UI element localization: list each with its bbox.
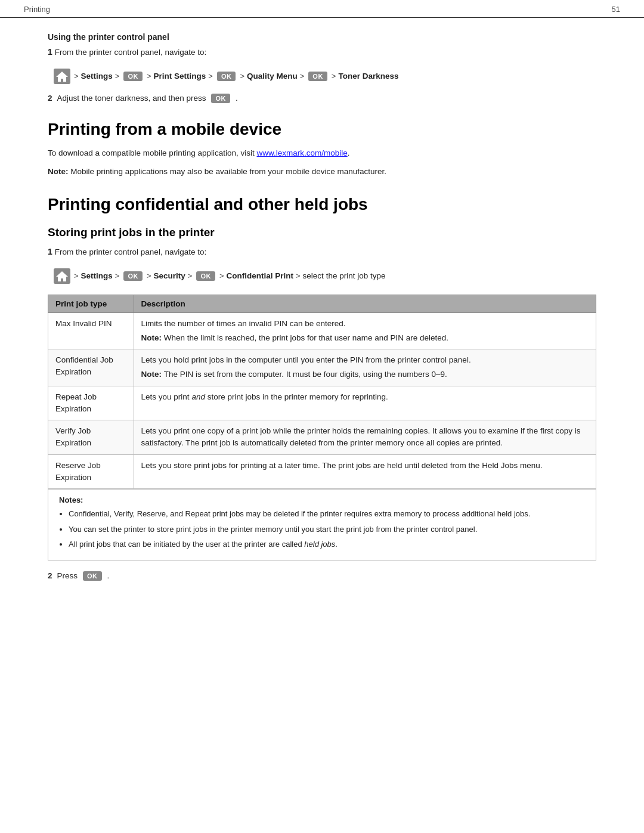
step2-period: . <box>236 94 238 103</box>
print-job-table: Print job type Description Max Invalid P… <box>48 295 596 490</box>
table-row: Max Invalid PINLimits the number of time… <box>48 312 596 349</box>
nav-path-1: > Settings > OK > Print Settings > OK > … <box>48 65 596 88</box>
nav-gt-1: > <box>74 72 79 80</box>
step1-text-s3: From the printer control panel, navigate… <box>55 246 206 259</box>
ok-btn-s3-2: OK <box>196 271 215 281</box>
section-printer-control: Using the printer control panel 1 From t… <box>48 32 596 103</box>
nav-select-label: select the print job type <box>303 271 386 280</box>
subsection-heading-1: Using the printer control panel <box>48 32 596 42</box>
table-note-label: Note: <box>141 370 164 379</box>
nav-toner-darkness: Toner Darkness <box>338 72 398 80</box>
table-row: Reserve Job ExpirationLets you store pri… <box>48 454 596 489</box>
nav-gt-2: > <box>115 72 120 80</box>
nav-gt-4: > <box>208 72 213 80</box>
step-number-s3-1: 1 <box>48 247 52 256</box>
home-icon-2 <box>54 268 70 284</box>
main-heading-mobile: Printing from a mobile device <box>48 120 596 139</box>
nav-settings-1: Settings <box>81 72 113 80</box>
main-heading-confidential: Printing confidential and other held job… <box>48 195 596 214</box>
notes-label: Notes: <box>59 496 585 504</box>
mobile-note: Note: Mobile printing applications may a… <box>48 166 596 178</box>
table-row: Repeat Job ExpirationLets you print and … <box>48 386 596 420</box>
nav-security: Security <box>154 271 185 280</box>
mobile-note-text: Mobile printing applications may also be… <box>70 167 386 176</box>
table-cell-description: Limits the number of times an invalid PI… <box>134 312 596 349</box>
notes-list-item: You can set the printer to store print j… <box>69 524 585 535</box>
table-note-label: Note: <box>141 333 164 342</box>
nav-gt-7: > <box>332 72 336 80</box>
table-header-description: Description <box>134 295 596 312</box>
sub-heading-storing: Storing print jobs in the printer <box>48 226 596 239</box>
nav-settings-s3: Settings <box>81 271 113 280</box>
nav-gt-s3-2: > <box>115 271 120 280</box>
nav-confidential-print: Confidential Print <box>227 271 294 280</box>
nav-gt-s3-4: > <box>188 271 193 280</box>
table-row: Confidential Job ExpirationLets you hold… <box>48 349 596 386</box>
mobile-body-after: . <box>348 148 350 157</box>
table-header-row: Print job type Description <box>48 295 596 312</box>
step2-text-1: Adjust the toner darkness, and then pres… <box>57 94 206 103</box>
table-cell-type: Verify Job Expiration <box>48 420 134 455</box>
nav-gt-s3-5: > <box>219 271 224 280</box>
table-cell-type: Max Invalid PIN <box>48 312 134 349</box>
notes-list: Confidential, Verify, Reserve, and Repea… <box>69 508 585 550</box>
main-content: Using the printer control panel 1 From t… <box>0 18 644 605</box>
notes-list-item: All print jobs that can be initiated by … <box>69 538 585 550</box>
mobile-note-label: Note: <box>48 167 69 176</box>
step2-period-s3: . <box>107 571 110 580</box>
table-cell-type: Reserve Job Expiration <box>48 454 134 489</box>
table-cell-description: Lets you store print jobs for printing a… <box>134 454 596 489</box>
step2-row-s3: 2 Press OK . <box>48 571 596 581</box>
nav-quality-menu: Quality Menu <box>247 72 298 80</box>
ok-btn-2: OK <box>217 72 236 81</box>
table-cell-description: Lets you print and store print jobs in t… <box>134 386 596 420</box>
step2-row-1: 2 Adjust the toner darkness, and then pr… <box>48 94 596 103</box>
nav-print-settings: Print Settings <box>154 72 206 80</box>
table-row: Verify Job ExpirationLets you print one … <box>48 420 596 455</box>
mobile-body: To download a compatible mobile printing… <box>48 147 596 160</box>
ok-btn-1: OK <box>123 72 143 81</box>
table-cell-description: Lets you hold print jobs in the computer… <box>134 349 596 386</box>
table-cell-description: Lets you print one copy of a print job w… <box>134 420 596 455</box>
step1-line-s3: 1 From the printer control panel, naviga… <box>48 246 596 259</box>
ok-btn-s3-1: OK <box>123 271 143 281</box>
page-header: Printing 51 <box>0 0 644 18</box>
nav-path-2: > Settings > OK > Security > OK > Confid… <box>48 265 596 287</box>
step1-line: 1 From the printer control panel, naviga… <box>48 47 596 59</box>
mobile-link[interactable]: www.lexmark.com/mobile <box>256 148 347 157</box>
table-cell-type: Repeat Job Expiration <box>48 386 134 420</box>
step-num-2: 2 <box>48 94 52 103</box>
notes-list-item: Confidential, Verify, Reserve, and Repea… <box>69 508 585 520</box>
step1-text: From the printer control panel, navigate… <box>55 47 206 59</box>
ok-btn-3: OK <box>308 72 327 81</box>
table-cell-type: Confidential Job Expiration <box>48 349 134 386</box>
ok-btn-step2: OK <box>211 94 230 103</box>
home-icon <box>54 69 70 84</box>
header-left: Printing <box>24 5 50 14</box>
notes-box: Notes: Confidential, Verify, Reserve, an… <box>48 489 596 561</box>
mobile-body-text: To download a compatible mobile printing… <box>48 148 255 157</box>
nav-gt-s3-6: > <box>296 271 301 280</box>
step-num-s3-2: 2 <box>48 571 52 580</box>
nav-gt-6: > <box>300 72 305 80</box>
nav-gt-s3-1: > <box>74 271 79 280</box>
nav-gt-5: > <box>240 72 244 80</box>
step-number-1: 1 <box>48 47 52 57</box>
nav-gt-s3-3: > <box>147 271 151 280</box>
table-header-type: Print job type <box>48 295 134 312</box>
nav-gt-3: > <box>147 72 151 80</box>
page-number: 51 <box>612 5 620 14</box>
step2-text-s3: Press <box>57 571 78 580</box>
ok-btn-s3-step2: OK <box>83 571 102 581</box>
